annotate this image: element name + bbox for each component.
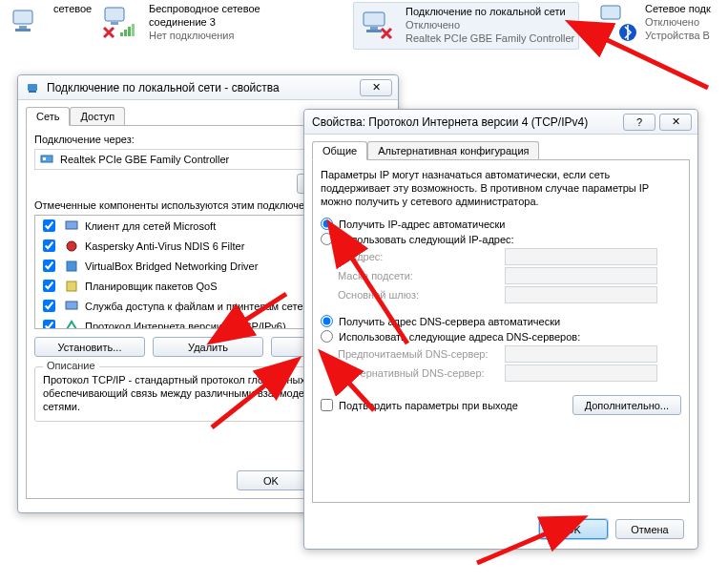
component-label: Протокол Интернета версии 6 (TCP/IPv6) <box>85 321 286 330</box>
fileshare-icon <box>64 299 79 314</box>
ok-button[interactable]: OK <box>539 519 608 539</box>
component-label: Клиент для сетей Microsoft <box>85 220 216 232</box>
svg-rect-11 <box>366 30 382 32</box>
svg-rect-6 <box>124 30 127 36</box>
advanced-button[interactable]: Дополнительно... <box>572 395 681 415</box>
net-title: сетевое <box>53 2 92 15</box>
svg-rect-7 <box>128 27 131 36</box>
ip-manual-label: Использовать следующий IP-адрес: <box>339 234 514 245</box>
dns-auto-radio[interactable] <box>321 315 333 327</box>
svg-rect-3 <box>105 8 124 21</box>
component-checkbox[interactable] <box>43 219 55 232</box>
nic-icon <box>26 80 41 95</box>
close-icon: ✕ <box>372 81 381 94</box>
ok-button[interactable]: OK <box>237 470 305 490</box>
window-title: Свойства: Протокол Интернета версии 4 (T… <box>312 115 588 129</box>
ip-manual-radio[interactable] <box>321 233 333 245</box>
cancel-button[interactable]: Отмена <box>615 519 684 539</box>
gateway-field <box>505 286 657 303</box>
dns1-label: Предпочитаемый DNS-сервер: <box>338 348 505 360</box>
component-checkbox[interactable] <box>43 320 55 329</box>
svg-rect-0 <box>13 10 32 24</box>
component-checkbox[interactable] <box>43 260 55 272</box>
intro-text: Параметры IP могут назначаться автоматич… <box>321 168 681 208</box>
svg-rect-10 <box>370 27 378 30</box>
net-title: Беспроводное сетевое соединение 3 <box>149 2 321 29</box>
svg-rect-15 <box>29 91 36 93</box>
kaspersky-icon <box>64 239 79 254</box>
svg-rect-20 <box>67 261 76 271</box>
svg-rect-22 <box>66 302 77 309</box>
gateway-label: Основной шлюз: <box>338 289 505 301</box>
svg-rect-5 <box>120 32 123 36</box>
svg-rect-18 <box>66 221 77 229</box>
net-sub2: Устройства B <box>645 29 711 42</box>
svg-rect-16 <box>41 156 52 162</box>
validate-label: Подтвердить параметры при выходе <box>339 400 518 411</box>
dns-manual-label: Использовать следующие адреса DNS-сервер… <box>339 331 580 343</box>
qos-icon <box>64 279 79 294</box>
svg-rect-1 <box>19 26 27 29</box>
net-item-other[interactable]: сетевое <box>6 2 92 44</box>
close-button[interactable]: ✕ <box>659 114 692 131</box>
dns2-label: Альтернативный DNS-сервер: <box>338 367 505 379</box>
svg-rect-17 <box>43 157 46 160</box>
close-icon: ✕ <box>672 115 680 128</box>
svg-point-19 <box>67 241 76 251</box>
tab-general[interactable]: Общие <box>312 141 367 160</box>
net-title: Сетевое подк <box>645 2 711 15</box>
component-label: VirtualBox Bridged Networking Driver <box>85 260 258 272</box>
net-item-bt[interactable]: Сетевое подк Отключено Устройства B <box>597 2 711 44</box>
component-label: Kaspersky Anti-Virus NDIS 6 Filter <box>85 240 244 252</box>
description-title: Описание <box>43 360 99 371</box>
titlebar[interactable]: Свойства: Протокол Интернета версии 4 (T… <box>304 110 697 135</box>
component-label: Планировщик пакетов QoS <box>85 281 218 292</box>
vbox-icon <box>64 259 79 274</box>
dns-auto-label: Получить адрес DNS-сервера автоматически <box>339 316 560 327</box>
bluetooth-icon <box>597 2 639 44</box>
svg-line-23 <box>599 36 708 88</box>
ip-auto-radio[interactable] <box>321 218 333 230</box>
tab-access[interactable]: Доступ <box>70 107 125 126</box>
adapter-icon <box>39 152 54 167</box>
close-button[interactable]: ✕ <box>360 79 392 96</box>
svg-rect-12 <box>601 6 620 19</box>
validate-checkbox[interactable] <box>321 399 333 411</box>
svg-rect-8 <box>132 24 135 36</box>
help-button[interactable]: ? <box>623 114 655 131</box>
tabstrip: Общие Альтернативная конфигурация <box>312 140 697 159</box>
net-sub2: Realtek PCIe GBE Family Controller <box>406 31 574 45</box>
net-item-lan[interactable]: Подключение по локальной сети Отключено … <box>353 2 579 50</box>
component-checkbox[interactable] <box>43 280 55 292</box>
component-checkbox[interactable] <box>43 239 55 252</box>
help-icon: ? <box>636 116 642 128</box>
client-icon <box>64 219 79 234</box>
dns2-field <box>505 364 657 382</box>
adapter-name: Realtek PCIe GBE Family Controller <box>60 154 229 165</box>
network-icon <box>6 2 48 44</box>
ip-field <box>505 248 657 265</box>
titlebar[interactable]: Подключение по локальной сети - свойства… <box>18 75 398 100</box>
net-title: Подключение по локальной сети <box>406 5 574 18</box>
svg-rect-14 <box>28 84 37 91</box>
net-item-wifi[interactable]: Беспроводное сетевое соединение 3 Нет по… <box>101 2 321 44</box>
wireless-icon <box>101 2 143 44</box>
ipv4-properties-window: Свойства: Протокол Интернета версии 4 (T… <box>303 109 698 550</box>
net-sub1: Отключено <box>406 18 574 31</box>
net-sub1: Отключено <box>645 15 711 29</box>
mask-label: Маска подсети: <box>338 270 505 281</box>
mask-field <box>505 267 657 284</box>
dns1-field <box>505 345 657 363</box>
remove-button[interactable]: Удалить <box>153 337 263 357</box>
lan-icon <box>358 5 400 47</box>
dns-manual-radio[interactable] <box>321 330 333 343</box>
install-button[interactable]: Установить... <box>34 337 145 357</box>
tab-alt-config[interactable]: Альтернативная конфигурация <box>367 141 539 160</box>
net-sub: Нет подключения <box>149 29 321 42</box>
component-checkbox[interactable] <box>43 300 55 312</box>
svg-rect-2 <box>15 29 31 31</box>
ipv6-icon <box>64 319 79 330</box>
svg-rect-21 <box>67 281 76 291</box>
tab-network[interactable]: Сеть <box>26 107 70 126</box>
ip-label: IP-адрес: <box>338 251 505 262</box>
